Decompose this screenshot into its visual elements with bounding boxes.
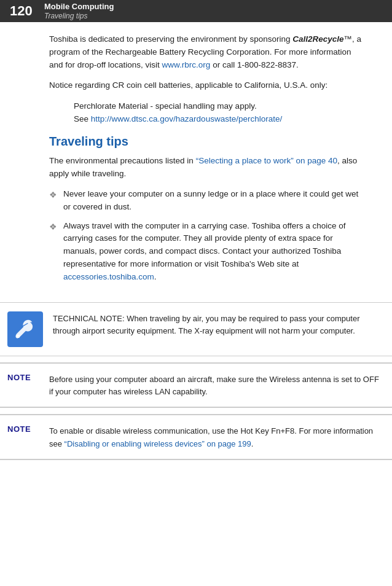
list-item: ❖ Always travel with the computer in a c… (49, 220, 363, 284)
chapter-info: Mobile Computing Traveling tips (44, 2, 114, 20)
technical-note-text: TECHNICAL NOTE: When traveling by air, y… (53, 311, 385, 337)
perchlorate-link[interactable]: http://www.dtsc.ca.gov/hazardouswaste/pe… (91, 114, 282, 123)
divider-4 (0, 459, 392, 460)
bullet-diamond-1: ❖ (49, 189, 57, 202)
svg-point-0 (17, 335, 19, 337)
disabling-wireless-link[interactable]: “Disabling or enabling wireless devices”… (65, 439, 251, 448)
list-item: ❖ Never leave your computer on a sunny l… (49, 188, 363, 214)
page-number: 120 (10, 3, 34, 19)
chapter-subtitle: Traveling tips (44, 12, 114, 20)
section-heading-traveling-tips: Traveling tips (49, 135, 363, 149)
perchlorate-see-prefix: See (74, 114, 91, 123)
note-box-2: NOTE To enable or disable wireless commu… (0, 415, 392, 459)
main-content: Toshiba is dedicated to preserving the e… (0, 22, 392, 302)
note-text-2: To enable or disable wireless communicat… (49, 424, 385, 450)
rbrc-link[interactable]: www.rbrc.org (162, 60, 211, 69)
note-box-1: NOTE Before using your computer aboard a… (0, 363, 392, 407)
bullet-text-1: Never leave your computer on a sunny led… (63, 188, 363, 214)
perchlorate-line2: See http://www.dtsc.ca.gov/hazardouswast… (74, 112, 363, 126)
accessories-link[interactable]: accessories.toshiba.com (63, 272, 154, 281)
bullet-list: ❖ Never leave your computer on a sunny l… (49, 188, 363, 284)
intro-para-2: Notice regarding CR coin cell batteries,… (49, 79, 363, 92)
intro-para-1: Toshiba is dedicated to preserving the e… (49, 33, 363, 72)
perchlorate-line1: Perchlorate Material - special handling … (74, 100, 363, 113)
brand-name: Call2Recycle (292, 34, 343, 44)
perchlorate-block: Perchlorate Material - special handling … (74, 100, 363, 126)
traveling-tips-intro: The environmental precautions listed in … (49, 155, 363, 181)
chapter-title: Mobile Computing (44, 2, 114, 12)
bullet-text-2: Always travel with the computer in a car… (63, 220, 363, 284)
note2-text-suffix: . (251, 439, 254, 448)
selecting-place-link[interactable]: “Selecting a place to work” on page 40 (196, 156, 337, 165)
note-label-1: NOTE (7, 373, 39, 382)
technical-note-box: TECHNICAL NOTE: When traveling by air, y… (0, 302, 392, 356)
page-header: 120 Mobile Computing Traveling tips (0, 0, 392, 22)
note-text-1: Before using your computer aboard an air… (49, 372, 385, 398)
note-label-2: NOTE (7, 424, 39, 434)
bullet-diamond-2: ❖ (49, 221, 57, 234)
wrench-icon (14, 318, 37, 341)
technical-note-icon (7, 311, 43, 347)
traveling-tips-intro-text: The environmental precautions listed in (49, 156, 196, 165)
